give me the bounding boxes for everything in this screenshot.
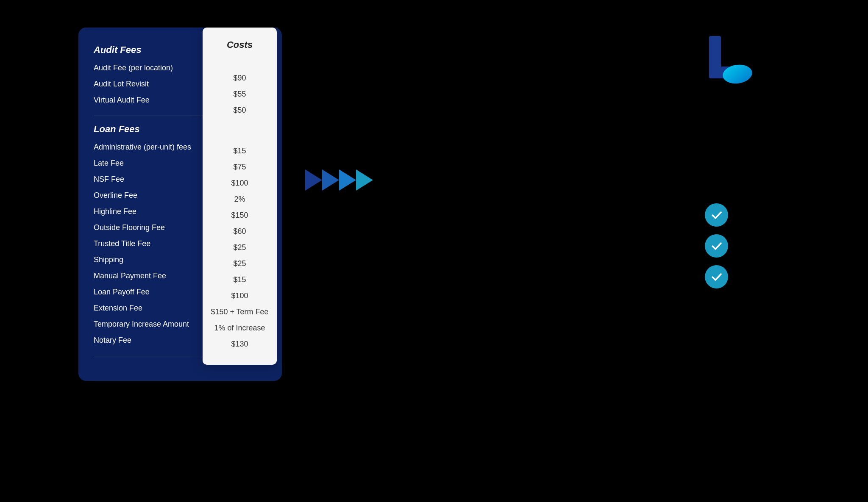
- svg-point-2: [721, 63, 753, 85]
- manual-payment-fee-cost: $15: [203, 272, 277, 288]
- late-fee-label: Late Fee: [94, 159, 124, 168]
- manual-payment-fee-label: Manual Payment Fee: [94, 272, 166, 280]
- audit-fee-location-cost: $90: [203, 70, 277, 86]
- costs-card: Costs $90 $55 $50 $15 $75 $100 2% $150 $…: [203, 28, 277, 365]
- overline-fee-label: Overline Fee: [94, 191, 137, 200]
- extension-fee-cost: $150 + Term Fee: [203, 304, 277, 320]
- outside-flooring-fee-label: Outside Flooring Fee: [94, 223, 165, 232]
- logo: [707, 34, 749, 80]
- nsf-fee-label: NSF Fee: [94, 175, 124, 184]
- check-icon-2: [710, 240, 723, 252]
- check-icon-3: [710, 271, 723, 283]
- audit-lot-revisit-cost: $55: [203, 86, 277, 102]
- arrows-icon: [305, 165, 390, 195]
- admin-fee-label: Administrative (per-unit) fees: [94, 143, 191, 152]
- check-icon-1: [710, 209, 723, 222]
- arrow-1: [305, 169, 322, 191]
- highline-fee-cost: $150: [203, 207, 277, 223]
- logo-icon: [707, 34, 754, 89]
- arrow-2: [322, 169, 339, 191]
- nsf-fee-cost: $100: [203, 175, 277, 191]
- temp-increase-cost: 1% of Increase: [203, 320, 277, 336]
- shipping-cost: $25: [203, 255, 277, 272]
- audit-lot-revisit-label: Audit Lot Revisit: [94, 80, 149, 89]
- admin-fee-cost: $15: [203, 143, 277, 159]
- notary-fee-label: Notary Fee: [94, 336, 131, 345]
- late-fee-cost: $75: [203, 159, 277, 175]
- highline-fee-label: Highline Fee: [94, 207, 136, 216]
- audit-fee-location-label: Audit Fee (per location): [94, 64, 173, 72]
- virtual-audit-fee-cost: $50: [203, 102, 277, 118]
- arrow-3: [339, 169, 356, 191]
- notary-fee-cost: $130: [203, 336, 277, 352]
- loan-payoff-fee-cost: $100: [203, 288, 277, 304]
- outside-flooring-fee-cost: $60: [203, 223, 277, 239]
- loan-payoff-fee-label: Loan Payoff Fee: [94, 288, 150, 297]
- checks-group: [705, 203, 728, 288]
- virtual-audit-fee-label: Virtual Audit Fee: [94, 96, 150, 105]
- check-circle-3: [705, 265, 728, 288]
- costs-header: Costs: [203, 28, 277, 58]
- shipping-label: Shipping: [94, 255, 123, 264]
- check-circle-1: [705, 203, 728, 227]
- extension-fee-label: Extension Fee: [94, 304, 142, 313]
- check-circle-2: [705, 234, 728, 258]
- overline-fee-cost: 2%: [203, 191, 277, 207]
- trusted-title-fee-label: Trusted Title Fee: [94, 239, 150, 248]
- temp-increase-label: Temporary Increase Amount: [94, 320, 189, 329]
- arrows-group: [305, 165, 390, 195]
- trusted-title-fee-cost: $25: [203, 239, 277, 255]
- arrow-4: [356, 169, 373, 191]
